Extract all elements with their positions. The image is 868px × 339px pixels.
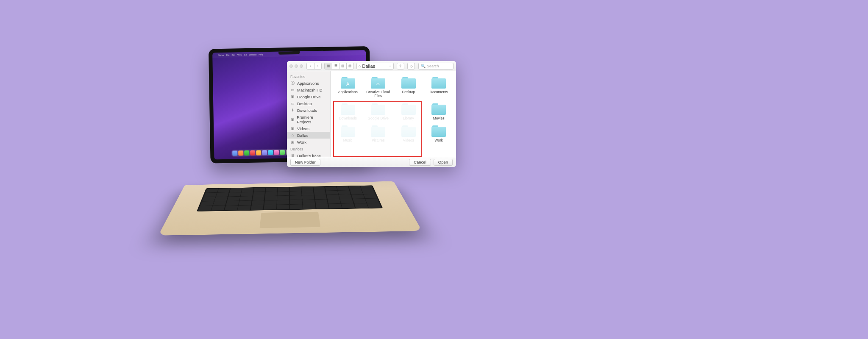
sidebar-item-dallas[interactable]: ⌂Dallas <box>287 132 330 139</box>
traffic-light-disabled <box>289 64 293 68</box>
sidebar-item-label: Dallas's iMac <box>297 153 321 157</box>
new-folder-button[interactable]: New Folder <box>290 159 320 166</box>
dialog-footer: New Folder Cancel Open <box>287 157 456 167</box>
traffic-light-disabled <box>300 64 303 68</box>
hdd-icon: ▭ <box>290 88 295 92</box>
sidebar-item-videos[interactable]: ▣Videos <box>287 125 330 132</box>
folder-icon <box>401 103 417 115</box>
sidebar-item-label: Downloads <box>297 108 317 113</box>
folder-icon: ▣ <box>290 117 295 122</box>
folder-icon <box>340 103 356 115</box>
download-icon: ⬇ <box>290 108 295 113</box>
open-button[interactable]: Open <box>434 159 453 166</box>
folder-item[interactable]: Work <box>424 124 454 143</box>
folder-icon <box>370 103 386 115</box>
folder-item[interactable]: Pictures <box>364 124 393 143</box>
tags-button[interactable]: ◇ <box>407 63 415 69</box>
share-button[interactable]: ⇪ <box>397 63 404 69</box>
finder-open-dialog: ‹ › ▦ ☰ ▥ ▤ ⌂ Dallas ⇪ ◇ 🔍 Search Favori… <box>287 61 456 167</box>
folder-item[interactable]: Desktop <box>394 75 423 99</box>
folder-label: Google Drive <box>367 117 389 120</box>
laptop-trackpad <box>259 212 320 228</box>
sidebar-item-hdd[interactable]: ▭Macintosh HD <box>287 86 330 93</box>
folder-icon <box>431 125 447 137</box>
sidebar-header: Devices <box>287 145 330 152</box>
folder-icon <box>431 103 447 115</box>
folder-label: Videos <box>403 139 414 142</box>
folder-glyph-icon: ∞ <box>376 81 380 86</box>
sidebar-item-downloads[interactable]: ⬇Downloads <box>287 107 330 114</box>
folder-label: Creative Cloud Files <box>364 90 392 98</box>
gallery-view-button[interactable]: ▤ <box>346 63 353 69</box>
forward-button[interactable]: › <box>314 63 321 69</box>
sidebar-item-label: Macintosh HD <box>297 88 323 92</box>
sidebar-item-imac[interactable]: 🖥Dallas's iMac <box>287 152 330 157</box>
sidebar-item-label: Premiere Projects <box>297 115 327 124</box>
folder-icon: ∞ <box>370 76 386 89</box>
folder-item[interactable]: Google Drive <box>364 102 393 121</box>
folder-item[interactable]: Downloads <box>333 102 363 121</box>
cancel-button[interactable]: Cancel <box>409 159 431 166</box>
folder-icon <box>340 125 356 137</box>
folder-label: Documents <box>430 90 448 94</box>
folder-item[interactable]: Videos <box>394 124 423 143</box>
laptop-deck <box>158 181 422 236</box>
menubar-item: File <box>226 54 229 56</box>
folder-item[interactable]: Library <box>394 102 423 121</box>
menubar-item: View <box>237 53 242 56</box>
apps-icon: Ⓐ <box>290 81 295 86</box>
folder-item[interactable]: Documents <box>424 75 454 99</box>
sidebar-item-label: Videos <box>297 126 309 131</box>
folder-icon <box>401 76 417 89</box>
sidebar: Favorites ⒶApplications ▭Macintosh HD ▣G… <box>287 71 331 157</box>
sidebar-header: Favorites <box>287 73 330 80</box>
desktop-icon: ▭ <box>290 101 295 106</box>
folder-label: Desktop <box>402 90 415 94</box>
path-location-label: Dallas <box>362 64 375 69</box>
sidebar-item-google-drive[interactable]: ▣Google Drive <box>287 93 330 100</box>
folder-icon <box>370 125 386 137</box>
icon-view-button[interactable]: ▦ <box>325 63 332 69</box>
sidebar-item-applications[interactable]: ⒶApplications <box>287 80 330 86</box>
folder-icon <box>401 125 417 137</box>
folder-glyph-icon: A <box>346 81 349 86</box>
folder-label: Downloads <box>339 117 357 120</box>
folder-item[interactable]: AApplications <box>333 75 363 99</box>
sidebar-item-premiere[interactable]: ▣Premiere Projects <box>287 114 330 125</box>
toolbar: ‹ › ▦ ☰ ▥ ▤ ⌂ Dallas ⇪ ◇ 🔍 Search <box>287 61 456 71</box>
search-input[interactable]: 🔍 Search <box>418 63 453 69</box>
window-controls <box>289 64 303 68</box>
folder-label: Library <box>403 117 414 120</box>
folder-item[interactable]: ∞Creative Cloud Files <box>364 75 393 99</box>
column-view-button[interactable]: ▥ <box>339 63 346 69</box>
folder-item[interactable]: Music <box>333 124 363 143</box>
folder-icon: ▣ <box>290 140 295 144</box>
sidebar-item-label: Dallas <box>297 133 308 138</box>
search-icon: 🔍 <box>421 64 426 68</box>
sidebar-item-work[interactable]: ▣Work <box>287 139 330 145</box>
laptop-keyboard <box>197 185 383 211</box>
menubar-item: Edit <box>231 54 235 56</box>
nav-buttons: ‹ › <box>306 63 322 69</box>
folder-item[interactable]: Movies <box>424 102 454 121</box>
sidebar-item-label: Work <box>297 140 306 144</box>
path-dropdown[interactable]: ⌂ Dallas <box>356 63 394 69</box>
menubar-item: Go <box>244 53 247 56</box>
menubar-item: Finder <box>218 54 224 56</box>
macos-menubar: Finder File Edit View Go Window Help <box>212 50 366 58</box>
folder-label: Music <box>343 139 353 142</box>
list-view-button[interactable]: ☰ <box>332 63 339 69</box>
sidebar-item-label: Applications <box>297 81 319 86</box>
sidebar-item-label: Desktop <box>297 101 312 106</box>
sidebar-item-desktop[interactable]: ▭Desktop <box>287 100 330 107</box>
home-icon: ⌂ <box>359 64 361 68</box>
imac-icon: 🖥 <box>290 153 295 157</box>
folder-label: Work <box>434 139 443 142</box>
back-button[interactable]: ‹ <box>307 63 314 69</box>
folder-label: Movies <box>433 117 445 120</box>
view-mode-buttons: ▦ ☰ ▥ ▤ <box>324 63 354 69</box>
search-placeholder: Search <box>427 64 439 68</box>
file-grid[interactable]: AApplications∞Creative Cloud FilesDeskto… <box>331 71 456 157</box>
sidebar-item-label: Google Drive <box>297 94 320 99</box>
folder-label: Applications <box>338 90 358 94</box>
